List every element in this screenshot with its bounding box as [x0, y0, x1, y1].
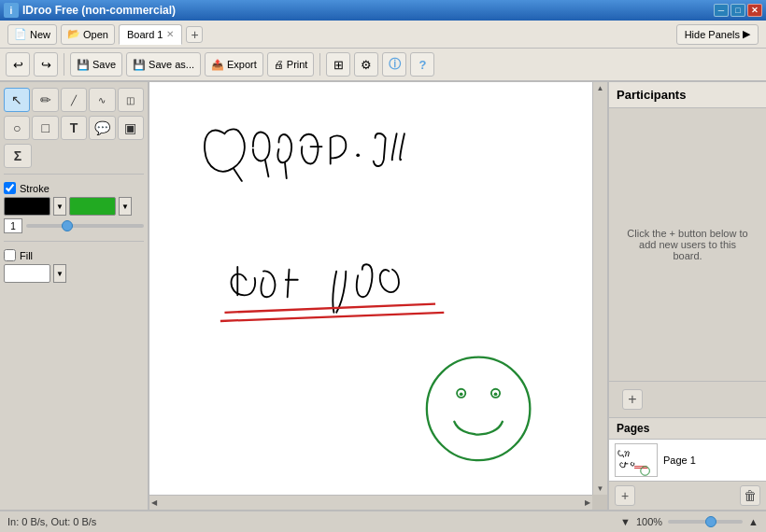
board-tab[interactable]: Board 1 ✕ — [119, 24, 183, 45]
save-button[interactable]: 💾 Save — [70, 52, 122, 77]
help-button[interactable]: ? — [410, 52, 434, 77]
rect-tool[interactable]: □ — [32, 116, 58, 140]
eraser-tool[interactable]: ◫ — [118, 88, 144, 112]
settings-button[interactable]: ⚙ — [354, 52, 378, 77]
canvas-area: ▲ ▼ ◀ ▶ — [149, 82, 607, 510]
pages-bottom: + 🗑 — [609, 481, 766, 510]
stroke-label: Stroke — [20, 183, 50, 194]
curve-tool[interactable]: ∿ — [89, 88, 115, 112]
new-button[interactable]: 📄 New — [7, 24, 57, 45]
whiteboard[interactable] — [149, 82, 592, 495]
text-tool[interactable]: T — [61, 116, 87, 140]
delete-page-button[interactable]: 🗑 — [740, 485, 760, 506]
fill-section: Fill ▼ — [4, 247, 144, 285]
tab-bar: 📄 New 📂 Open Board 1 ✕ + Hide Panels ▶ — [0, 21, 766, 49]
vertical-scrollbar[interactable]: ▲ ▼ — [592, 82, 607, 495]
stroke-green-dropdown[interactable]: ▼ — [119, 197, 132, 216]
scroll-left-arrow[interactable]: ◀ — [149, 497, 159, 509]
circle-tool[interactable]: ○ — [4, 116, 30, 140]
stroke-thickness-value: 1 — [4, 218, 22, 233]
redo-icon: ↪ — [41, 58, 51, 72]
tab-close-icon[interactable]: ✕ — [166, 29, 174, 39]
separator-2 — [319, 53, 320, 76]
fill-checkbox[interactable] — [4, 249, 16, 261]
undo-button[interactable]: ↩ — [6, 52, 30, 77]
stroke-thickness-slider[interactable] — [26, 224, 144, 228]
info-icon: ⓘ — [389, 56, 401, 73]
redo-button[interactable]: ↪ — [34, 52, 58, 77]
tool-row-3: Σ — [4, 144, 144, 168]
folder-icon: 📂 — [67, 28, 80, 40]
title-bar: i IDroo Free (non-commercial) ─ □ ✕ — [0, 0, 766, 21]
save-as-button[interactable]: 💾 Save as... — [126, 52, 201, 77]
hide-panels-button[interactable]: Hide Panels ▶ — [676, 24, 759, 45]
page-thumbnail — [615, 443, 658, 477]
page-label: Page 1 — [663, 455, 696, 466]
save-icon: 💾 — [77, 59, 90, 71]
svg-point-3 — [427, 357, 530, 461]
svg-rect-8 — [616, 444, 657, 476]
scroll-up-arrow[interactable]: ▲ — [595, 82, 606, 94]
stroke-slider-thumb[interactable] — [62, 220, 73, 231]
line-tool[interactable]: ╱ — [61, 88, 87, 112]
fill-color-dropdown[interactable]: ▼ — [53, 264, 66, 283]
fill-label: Fill — [20, 250, 33, 261]
stroke-checkbox[interactable] — [4, 182, 16, 194]
fit-icon: ⊞ — [333, 58, 344, 72]
fill-color-row: ▼ — [4, 264, 144, 283]
right-panel: Participants Click the + button below to… — [607, 82, 766, 510]
sigma-tool[interactable]: Σ — [4, 144, 32, 168]
stroke-color-green[interactable] — [69, 197, 116, 216]
tool-separator-2 — [4, 241, 144, 242]
stroke-thickness-row: 1 — [4, 218, 144, 233]
svg-point-0 — [356, 153, 360, 157]
minimize-button[interactable]: ─ — [714, 4, 729, 17]
export-button[interactable]: 📤 Export — [205, 52, 263, 77]
separator — [64, 53, 64, 76]
export-icon: 📤 — [211, 59, 224, 71]
print-button[interactable]: 🖨 Print — [267, 52, 315, 77]
pen-tool[interactable]: ✏ — [32, 88, 58, 112]
select-tool[interactable]: ↖ — [4, 88, 30, 112]
image-tool[interactable]: ▣ — [118, 116, 144, 140]
tab-label: Board 1 — [127, 29, 163, 40]
zoom-level: 100% — [636, 516, 662, 527]
close-button[interactable]: ✕ — [747, 4, 762, 17]
svg-line-1 — [224, 304, 435, 313]
zoom-slider-thumb[interactable] — [705, 516, 716, 527]
stroke-color-dropdown[interactable]: ▼ — [53, 197, 66, 216]
fill-color-box[interactable] — [4, 264, 50, 283]
undo-icon: ↩ — [13, 58, 23, 72]
horizontal-scrollbar[interactable]: ◀ ▶ — [149, 495, 592, 510]
add-page-button[interactable]: + — [615, 485, 635, 506]
pages-header: Pages — [609, 418, 766, 440]
tool-row-1: ↖ ✏ ╱ ∿ ◫ — [4, 88, 144, 112]
stroke-color-black[interactable] — [4, 197, 50, 216]
add-tab-button[interactable]: + — [186, 26, 203, 43]
scroll-right-arrow[interactable]: ▶ — [583, 497, 592, 509]
svg-line-2 — [220, 313, 444, 321]
fit-button[interactable]: ⊞ — [326, 52, 350, 77]
bubble-tool[interactable]: 💬 — [89, 116, 115, 140]
svg-point-7 — [494, 392, 498, 396]
left-panel: ↖ ✏ ╱ ∿ ◫ ○ □ T 💬 ▣ Σ Stroke ▼ — [0, 82, 149, 510]
scroll-down-arrow[interactable]: ▼ — [595, 483, 606, 495]
settings-icon: ⚙ — [361, 58, 372, 72]
save-as-icon: 💾 — [133, 59, 146, 71]
stroke-color-row: ▼ ▼ — [4, 197, 144, 216]
print-icon: 🖨 — [274, 59, 284, 70]
zoom-slider[interactable] — [668, 520, 743, 524]
arrow-right-icon: ▶ — [743, 28, 750, 40]
main-area: ↖ ✏ ╱ ∿ ◫ ○ □ T 💬 ▣ Σ Stroke ▼ — [0, 82, 766, 510]
page-item[interactable]: Page 1 — [609, 440, 766, 481]
tool-row-2: ○ □ T 💬 ▣ — [4, 116, 144, 140]
info-button[interactable]: ⓘ — [382, 52, 406, 77]
zoom-controls: ▼ 100% ▲ — [620, 516, 759, 527]
add-participant-button[interactable]: + — [622, 389, 643, 410]
zoom-in-icon[interactable]: ▲ — [748, 516, 759, 527]
network-status: In: 0 B/s, Out: 0 B/s — [7, 516, 96, 527]
fill-check-row: Fill — [4, 249, 144, 261]
zoom-out-icon[interactable]: ▼ — [620, 516, 631, 527]
open-button[interactable]: 📂 Open — [61, 24, 115, 45]
maximize-button[interactable]: □ — [731, 4, 745, 17]
